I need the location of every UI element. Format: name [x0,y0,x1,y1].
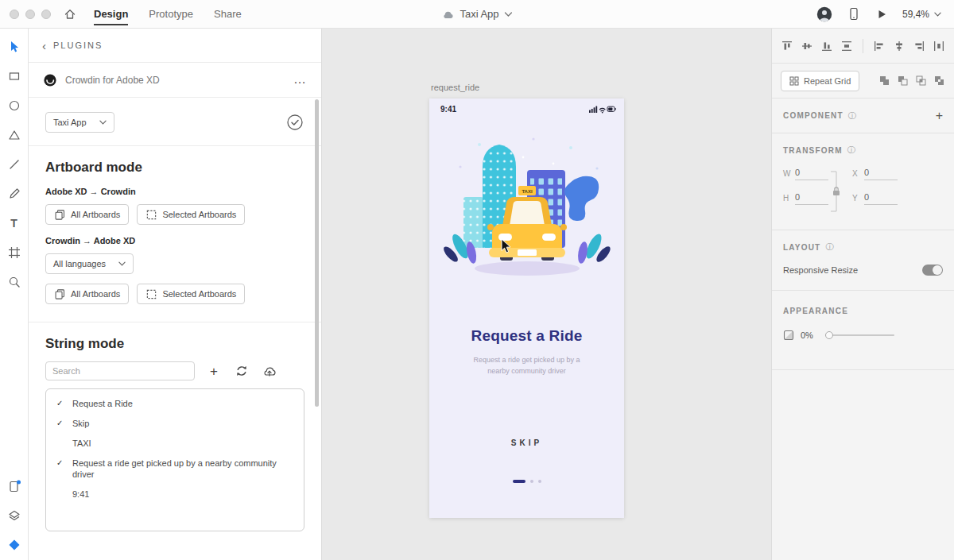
info-icon[interactable]: ⓘ [848,110,856,122]
layout-section: LAYOUT ⓘ Responsive Resize [772,230,954,291]
search-input[interactable] [45,361,195,380]
align-left-icon[interactable] [873,40,886,52]
selected-artboards-upload-button[interactable]: Selected Artboards [137,204,245,225]
component-title: COMPONENT [783,111,843,120]
add-component-button[interactable]: + [936,109,943,123]
opacity-icon [783,330,794,341]
tab-prototype[interactable]: Prototype [149,0,193,29]
x-input[interactable] [864,166,898,180]
sync-strings-button[interactable] [233,362,250,380]
window-controls[interactable] [10,10,51,19]
close-window-icon[interactable] [10,10,19,19]
plugins-panel-button[interactable] [7,479,21,493]
zoom-tool[interactable] [7,275,21,289]
string-list-item[interactable]: ✓ Skip [46,414,304,434]
account-avatar[interactable] [816,6,832,22]
plugin-name: Crowdin for Adobe XD [65,75,160,86]
divider [29,145,321,146]
pen-tool[interactable] [7,187,21,201]
tab-design[interactable]: Design [94,0,128,29]
string-list-item[interactable]: 9:41 [46,485,304,504]
boolean-exclude-icon[interactable] [933,75,945,87]
component-section-header: COMPONENT ⓘ + [772,98,954,133]
assets-panel-button[interactable] [7,538,21,552]
align-top-icon[interactable] [781,40,793,52]
project-select[interactable]: Taxi App [45,112,114,133]
layers-icon [8,509,21,522]
document-selector[interactable]: Taxi App [441,8,512,20]
maximize-window-icon[interactable] [41,10,51,19]
responsive-resize-label: Responsive Resize [783,265,858,275]
tab-share[interactable]: Share [214,0,242,29]
aspect-lock-icon[interactable] [831,171,842,212]
align-center-icon[interactable] [893,40,906,52]
select-arrow-icon [8,41,21,53]
width-input[interactable] [795,166,828,180]
check-icon: ✓ [56,398,72,407]
select-tool[interactable] [7,40,21,54]
info-icon[interactable]: ⓘ [847,145,855,156]
boolean-add-icon[interactable] [878,75,890,87]
x-label: X [852,169,864,178]
all-artboards-upload-button[interactable]: All Artboards [45,204,129,225]
home-icon [64,8,76,21]
xd-to-crowdin-label: Adobe XD → Crowdin [45,187,304,196]
plugin-panel-header[interactable]: ‹ PLUGINS [29,29,321,63]
align-bottom-icon[interactable] [820,40,833,52]
text-tool[interactable]: T [7,216,21,230]
boolean-intersect-icon[interactable] [915,75,927,87]
add-string-button[interactable]: + [205,362,223,380]
assets-icon [8,539,21,551]
height-input[interactable] [795,191,828,205]
repeat-grid-button[interactable]: Repeat Grid [781,71,859,91]
properties-panel: Repeat Grid COMPONENT [771,29,954,560]
zoom-control[interactable]: 59,4% [902,9,941,20]
polygon-icon [8,129,21,141]
panel-scrollbar[interactable] [315,99,319,407]
string-list-item[interactable]: ✓ Request a Ride [46,394,304,414]
titlebar: Design Prototype Share Taxi App [0,0,954,29]
line-tool[interactable] [7,157,21,172]
skip-button[interactable]: SKIP [429,438,624,447]
ellipse-tool[interactable] [7,98,21,113]
polygon-tool[interactable] [7,128,21,142]
plugin-panel-body: Taxi App Artboard mode Adobe XD → Crowdi… [29,112,321,531]
selected-artboards-download-button[interactable]: Selected Artboards [137,284,245,304]
more-options-icon[interactable]: … [293,77,307,82]
chevron-down-icon [505,12,513,17]
all-artboards-download-button[interactable]: All Artboards [45,284,129,304]
artboard-icon [8,246,21,259]
tools-toolbar: T [0,29,29,560]
opacity-slider[interactable] [826,334,894,336]
chevron-down-icon [118,261,126,266]
check-icon [56,489,72,489]
adobe-xd-window: Design Prototype Share Taxi App [0,0,954,560]
distribute-vertical-icon[interactable] [840,40,853,52]
info-icon[interactable]: ⓘ [825,241,833,253]
upload-strings-button[interactable] [261,362,278,380]
line-icon [8,158,21,171]
minimize-window-icon[interactable] [25,10,35,19]
confirm-check-button[interactable] [285,113,304,132]
language-select[interactable]: All languages [45,253,134,274]
rectangle-tool[interactable] [7,69,21,83]
align-middle-icon[interactable] [801,40,813,52]
device-preview-icon[interactable] [847,7,861,21]
request-ride-artboard[interactable]: 9:41 [429,98,624,518]
back-chevron-icon[interactable]: ‹ [42,40,46,52]
boolean-subtract-icon[interactable] [897,75,909,87]
play-preview-icon[interactable] [875,8,888,21]
artboard-name-label[interactable]: request_ride [431,83,479,92]
opacity-slider-knob[interactable] [825,331,833,339]
y-input[interactable] [864,191,898,205]
string-list-item[interactable]: TAXI [46,434,304,454]
distribute-horizontal-icon[interactable] [933,40,945,52]
layers-panel-button[interactable] [7,508,21,523]
align-right-icon[interactable] [913,40,925,52]
design-canvas[interactable]: request_ride 9:41 [322,29,771,560]
page-dot-active [513,480,525,483]
string-list-item[interactable]: ✓ Request a ride get picked up by a near… [46,454,304,485]
artboard-tool[interactable] [7,245,21,260]
responsive-resize-toggle[interactable] [922,265,943,276]
home-button[interactable] [64,8,76,21]
